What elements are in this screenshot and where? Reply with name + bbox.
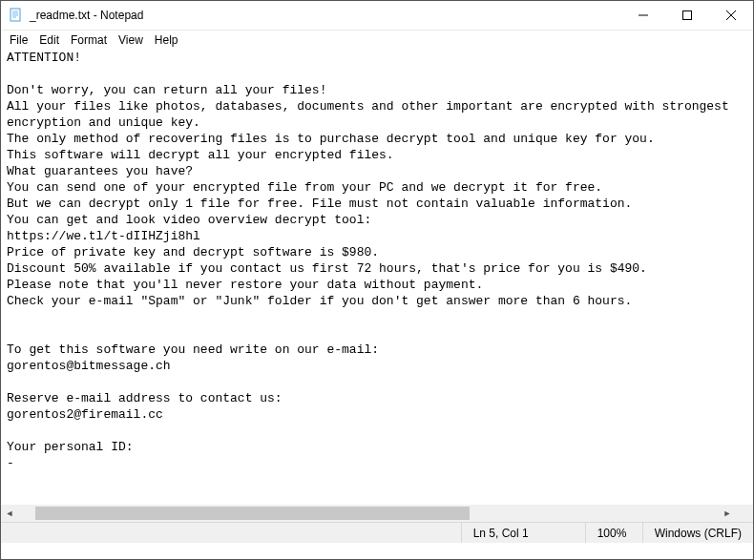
maximize-button[interactable] xyxy=(665,1,709,30)
scroll-track[interactable] xyxy=(18,505,719,522)
svg-line-7 xyxy=(726,10,736,20)
menu-view[interactable]: View xyxy=(114,32,148,48)
scrollbar-corner xyxy=(736,505,753,522)
status-zoom: 100% xyxy=(585,523,642,543)
svg-rect-6 xyxy=(683,11,692,20)
menu-format[interactable]: Format xyxy=(66,32,112,48)
scroll-left-icon[interactable]: ◄ xyxy=(1,505,18,522)
window-controls xyxy=(621,1,753,30)
scroll-right-icon[interactable]: ► xyxy=(719,505,736,522)
menubar: File Edit Format View Help xyxy=(1,31,753,50)
menu-edit[interactable]: Edit xyxy=(34,32,64,48)
titlebar: _readme.txt - Notepad xyxy=(1,1,753,31)
notepad-icon xyxy=(9,8,24,23)
text-content[interactable]: ATTENTION! Don't worry, you can return a… xyxy=(1,50,753,522)
menu-file[interactable]: File xyxy=(5,32,32,48)
close-button[interactable] xyxy=(709,1,753,30)
content-area: ATTENTION! Don't worry, you can return a… xyxy=(1,50,753,522)
minimize-button[interactable] xyxy=(621,1,665,30)
statusbar: Ln 5, Col 1 100% Windows (CRLF) xyxy=(1,522,753,543)
horizontal-scrollbar[interactable]: ◄ ► xyxy=(1,505,736,522)
status-position: Ln 5, Col 1 xyxy=(461,523,585,543)
svg-line-8 xyxy=(726,10,736,20)
status-line-ending: Windows (CRLF) xyxy=(642,523,753,543)
menu-help[interactable]: Help xyxy=(150,32,183,48)
scroll-thumb[interactable] xyxy=(35,507,470,520)
window-title: _readme.txt - Notepad xyxy=(30,9,143,22)
titlebar-left: _readme.txt - Notepad xyxy=(1,8,143,23)
